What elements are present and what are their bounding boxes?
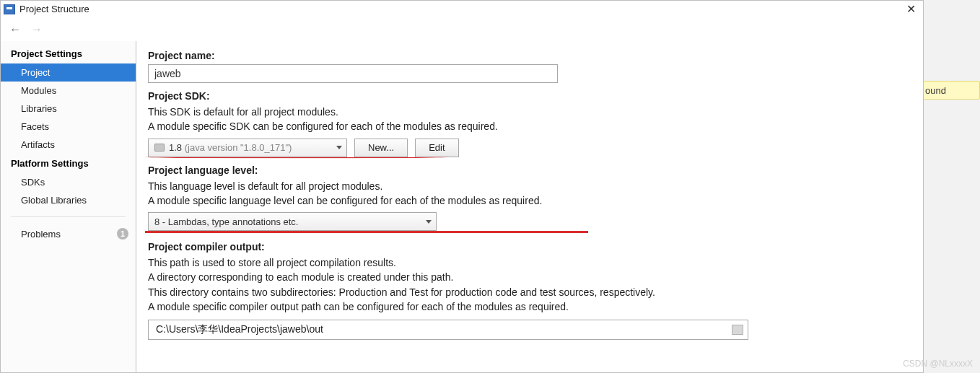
out-desc-4: A module specific compiler output path c… [148,299,909,314]
sidebar-item-sdks[interactable]: SDKs [1,173,136,191]
sdk-desc-2: A module specific SDK can be configured … [148,119,909,133]
out-desc-2: A directory corresponding to each module… [148,270,909,284]
window-title: Project Structure [19,4,89,14]
new-sdk-button[interactable]: New... [354,139,408,157]
sidebar-item-libraries[interactable]: Libraries [1,100,136,118]
sidebar-item-problems[interactable]: Problems 1 [1,224,136,243]
project-name-label: Project name: [148,50,909,61]
toolbar: ← → [1,18,923,41]
sidebar-item-label: SDKs [21,177,45,188]
chevron-down-icon [426,220,432,224]
sdk-desc-1: This SDK is default for all project modu… [148,105,909,119]
sidebar-item-facets[interactable]: Facets [1,118,136,136]
chevron-down-icon [336,146,342,149]
project-name-input[interactable] [148,64,558,83]
sidebar-item-project[interactable]: Project [1,63,136,82]
sidebar-item-artifacts[interactable]: Artifacts [1,136,136,154]
divider [11,216,126,217]
sdk-value: 1.8 (java version "1.8.0_171") [169,142,292,153]
project-structure-dialog: Project Structure ✕ ← → Project Settings… [0,0,924,373]
sidebar-item-global-libraries[interactable]: Global Libraries [1,191,136,209]
sidebar-item-label: Problems [21,229,61,240]
sidebar-item-label: Artifacts [21,139,55,150]
platform-settings-heading: Platform Settings [1,154,136,173]
problems-count-badge: 1 [117,228,128,240]
compiler-output-value: C:\Users\李华\IdeaProjects\jaweb\out [156,323,323,336]
folder-icon [154,144,165,152]
project-sdk-label: Project SDK: [148,90,909,102]
project-sdk-select[interactable]: 1.8 (java version "1.8.0_171") [148,139,347,157]
sidebar-item-label: Libraries [21,103,57,114]
language-level-select[interactable]: 8 - Lambdas, type annotations etc. [148,212,437,231]
project-settings-heading: Project Settings [1,44,136,63]
back-button[interactable]: ← [8,22,22,37]
language-level-label: Project language level: [148,164,909,176]
app-icon [4,4,15,14]
browse-folder-button[interactable] [732,325,743,335]
out-desc-1: This path is used to store all project c… [148,255,909,270]
sidebar: Project Settings Project Modules Librari… [1,41,136,372]
close-button[interactable]: ✕ [904,2,919,16]
sidebar-item-label: Modules [21,85,56,96]
sidebar-item-label: Project [21,67,50,78]
background-notification-text: ound [925,85,946,96]
sidebar-item-label: Global Libraries [21,195,87,206]
sidebar-item-modules[interactable]: Modules [1,82,136,100]
titlebar: Project Structure ✕ [1,1,923,18]
lang-desc-1: This language level is default for all p… [148,179,909,193]
language-level-value: 8 - Lambdas, type annotations etc. [154,216,426,227]
compiler-output-field[interactable]: C:\Users\李华\IdeaProjects\jaweb\out [148,320,748,340]
sidebar-item-label: Facets [21,121,49,132]
main-panel: Project name: Project SDK: This SDK is d… [136,41,923,372]
watermark: CSDN @NLxxxxX [903,359,973,369]
out-desc-3: This directory contains two subdirectori… [148,285,909,299]
lang-desc-2: A module specific language level can be … [148,193,909,208]
edit-sdk-button[interactable]: Edit [415,139,458,157]
compiler-output-label: Project compiler output: [148,241,909,253]
background-notification-tail: ound [924,81,980,100]
forward-button[interactable]: → [30,22,44,37]
